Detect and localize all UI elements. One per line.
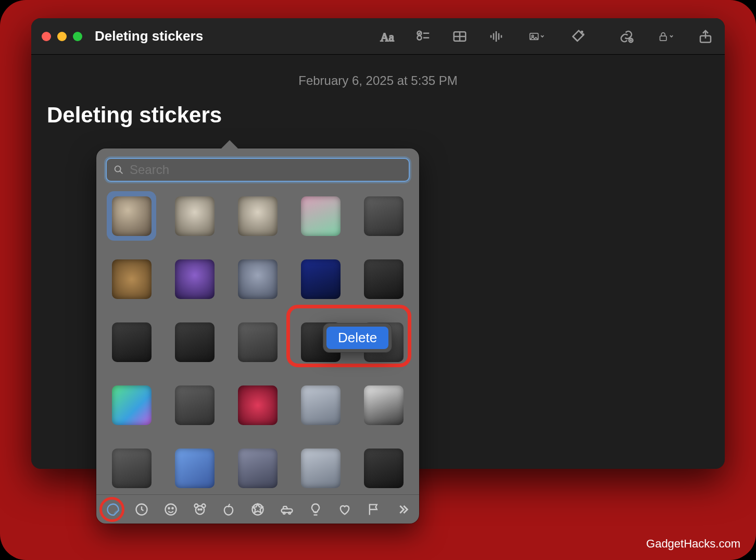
sticker-cat-blue-sweater[interactable] xyxy=(296,254,346,304)
window-title: Deleting stickers xyxy=(95,28,203,44)
svg-rect-20 xyxy=(660,36,666,41)
format-button[interactable]: Aa xyxy=(378,28,396,45)
sticker-thumb xyxy=(112,449,152,488)
sticker-thumb xyxy=(112,259,152,299)
sticker-thumb xyxy=(301,385,341,425)
note-date: February 6, 2025 at 5:35 PM xyxy=(47,73,709,88)
svg-point-16 xyxy=(583,34,584,35)
category-more[interactable] xyxy=(392,499,413,520)
zoom-window-button[interactable] xyxy=(73,32,82,41)
svg-point-29 xyxy=(194,504,198,507)
category-travel[interactable] xyxy=(276,499,297,520)
category-flags[interactable] xyxy=(363,499,384,520)
sticker-purple-hands[interactable] xyxy=(233,444,282,493)
svg-text:Aa: Aa xyxy=(381,30,394,43)
sticker-tuxedo-cat[interactable] xyxy=(359,381,409,430)
sticker-black-cat-lying[interactable] xyxy=(170,317,219,367)
sticker-skull[interactable] xyxy=(233,191,282,241)
sticker-butterfly-neon[interactable] xyxy=(107,381,156,430)
watermark: GadgetHacks.com xyxy=(646,537,740,551)
sticker-thumb xyxy=(238,449,278,488)
svg-point-30 xyxy=(201,504,205,507)
category-animals[interactable] xyxy=(190,499,210,520)
sticker-thumb xyxy=(238,385,278,425)
search-icon xyxy=(113,164,124,176)
table-button[interactable] xyxy=(451,28,469,45)
checklist-button[interactable] xyxy=(414,28,432,45)
share-button[interactable] xyxy=(697,28,714,45)
sticker-context-menu: Delete xyxy=(323,323,392,353)
category-food[interactable] xyxy=(219,499,240,520)
sticker-thumb xyxy=(364,196,404,236)
sticker-thumb xyxy=(112,196,152,236)
sticker-cat-sitting[interactable] xyxy=(233,317,282,367)
sticker-mayan-disc[interactable] xyxy=(107,254,156,304)
sticker-thumb xyxy=(175,322,215,362)
toolbar-left-group: Aa xyxy=(378,28,591,45)
delete-sticker-menu-item[interactable]: Delete xyxy=(326,327,388,349)
sticker-dahlia-flower[interactable] xyxy=(233,381,282,430)
sticker-elephant-clockeyes[interactable] xyxy=(233,254,282,304)
sticker-thumb xyxy=(175,449,215,488)
svg-point-4 xyxy=(418,35,422,40)
sticker-search-input[interactable] xyxy=(130,163,402,177)
sticker-thumb xyxy=(301,196,341,236)
svg-line-23 xyxy=(120,171,122,173)
sticker-thumb xyxy=(238,259,278,299)
toolbar-right-group xyxy=(618,28,714,45)
minimize-window-button[interactable] xyxy=(57,32,67,41)
note-title: Deleting stickers xyxy=(47,103,709,128)
traffic-lights xyxy=(42,32,82,41)
svg-point-27 xyxy=(172,507,173,508)
sticker-thumb xyxy=(175,259,215,299)
sticker-butterfly-pastel[interactable] xyxy=(296,191,346,241)
sticker-lion-statue[interactable] xyxy=(296,444,346,493)
category-recent[interactable] xyxy=(132,499,153,520)
sticker-bat-creature[interactable] xyxy=(170,254,219,304)
sticker-thumb xyxy=(175,196,215,236)
link-note-button[interactable] xyxy=(618,28,635,45)
sticker-person-running[interactable] xyxy=(107,191,156,241)
sticker-cat-dance[interactable] xyxy=(359,254,409,304)
sticker-medusa-bust[interactable] xyxy=(296,381,346,430)
page-frame: Deleting stickers Aa xyxy=(0,0,756,560)
close-window-button[interactable] xyxy=(42,32,51,41)
window-titlebar: Deleting stickers Aa xyxy=(31,18,725,55)
sticker-thumb xyxy=(238,196,278,236)
audio-button[interactable] xyxy=(487,28,505,45)
category-symbols[interactable] xyxy=(334,499,355,520)
sticker-wizard[interactable] xyxy=(107,444,156,493)
category-stickers[interactable] xyxy=(103,499,123,520)
sticker-search-wrap[interactable] xyxy=(106,158,410,182)
category-smileys[interactable] xyxy=(160,499,181,520)
svg-point-15 xyxy=(582,31,583,33)
svg-point-32 xyxy=(200,508,201,509)
category-objects[interactable] xyxy=(305,499,326,520)
sticker-category-row xyxy=(96,494,419,524)
sticker-thumb xyxy=(301,259,341,299)
sticker-thumb xyxy=(112,385,152,425)
sticker-thumb xyxy=(238,322,278,362)
sticker-thumb xyxy=(364,259,404,299)
sticker-thumb xyxy=(301,449,341,488)
sticker-thumb xyxy=(364,449,404,488)
svg-point-26 xyxy=(168,507,169,508)
category-activity[interactable] xyxy=(247,499,268,520)
sticker-thumb xyxy=(112,322,152,362)
note-body: February 6, 2025 at 5:35 PM Deleting sti… xyxy=(31,55,725,143)
sticker-cat-face[interactable] xyxy=(170,381,219,430)
sticker-llama[interactable] xyxy=(170,191,219,241)
sticker-cloud[interactable] xyxy=(170,444,219,493)
svg-point-25 xyxy=(166,504,177,515)
sticker-crow[interactable] xyxy=(107,317,156,367)
sticker-thumb xyxy=(175,385,215,425)
sticker-penguins[interactable] xyxy=(359,191,409,241)
lock-button[interactable] xyxy=(653,28,679,45)
sticker-cow[interactable] xyxy=(359,444,409,493)
sticker-thumb xyxy=(364,385,404,425)
svg-point-31 xyxy=(198,508,199,509)
ai-tools-button[interactable] xyxy=(569,28,586,45)
media-button[interactable] xyxy=(524,28,550,45)
svg-point-22 xyxy=(115,166,121,172)
svg-rect-34 xyxy=(281,508,292,512)
